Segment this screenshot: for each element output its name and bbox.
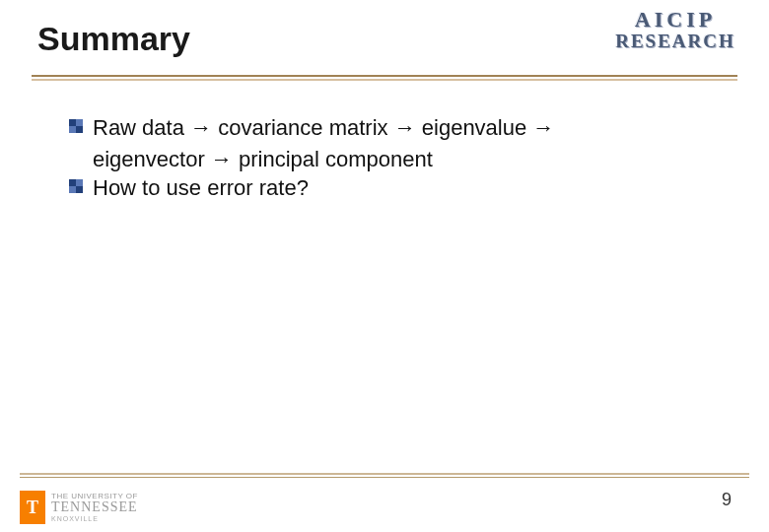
ut-text-block: THE UNIVERSITY OF TENNESSEE KNOXVILLE: [51, 493, 138, 522]
diamond-bullet-icon: [69, 119, 83, 133]
page-number: 9: [722, 490, 732, 510]
list-item: Raw data → covariance matrix → eigenvalu…: [69, 113, 720, 143]
page-title: Summary: [37, 20, 190, 58]
content-area: Raw data → covariance matrix → eigenvalu…: [69, 113, 720, 205]
bullet-continuation: eigenvector → principal component: [69, 145, 720, 174]
ut-mark-icon: T: [20, 491, 45, 524]
aicip-research-logo: AICIP RESEARCH: [592, 3, 759, 57]
logo-line2: RESEARCH: [615, 31, 735, 52]
ut-name-line: TENNESSEE: [51, 500, 138, 515]
bullet-text: Raw data → covariance matrix → eigenvalu…: [93, 115, 554, 140]
horizontal-rule-bottom: [20, 473, 749, 475]
logo-line1: AICIP: [635, 8, 716, 31]
horizontal-rule-top: [32, 75, 737, 77]
university-logo: T THE UNIVERSITY OF TENNESSEE KNOXVILLE: [20, 491, 138, 524]
bullet-text: How to use error rate?: [93, 175, 309, 200]
ut-city-line: KNOXVILLE: [51, 515, 138, 522]
slide: Summary AICIP RESEARCH Raw data → covari…: [0, 0, 769, 532]
diamond-bullet-icon: [69, 179, 83, 193]
list-item: How to use error rate?: [69, 173, 720, 203]
